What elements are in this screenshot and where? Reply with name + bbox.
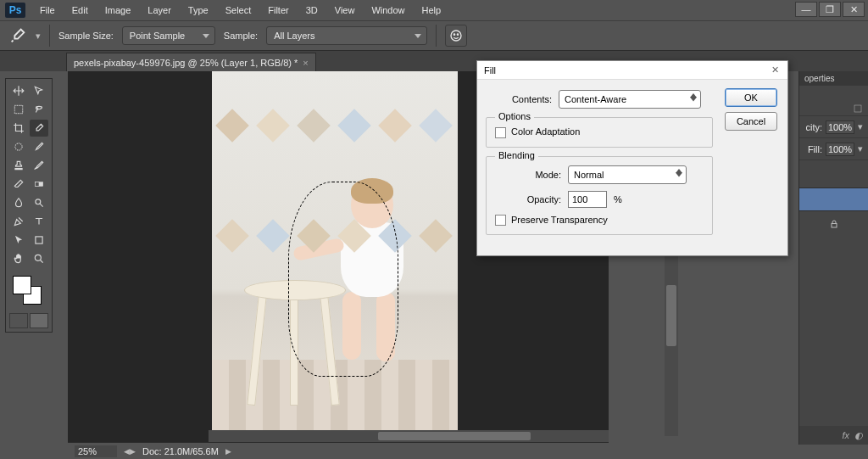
- menu-bar: Ps File Edit Image Layer Type Select Fil…: [0, 0, 868, 20]
- foreground-color-swatch[interactable]: [13, 276, 31, 294]
- svg-rect-6: [35, 182, 39, 187]
- sample-size-dropdown[interactable]: Point Sample: [122, 26, 215, 45]
- blur-tool[interactable]: [9, 194, 28, 211]
- quick-mask-toggle[interactable]: [9, 313, 48, 328]
- doc-info: Doc: 21.0M/65.6M: [142, 446, 219, 456]
- pen-tool[interactable]: [9, 213, 28, 230]
- properties-tab[interactable]: operties: [799, 71, 868, 86]
- brush-tool[interactable]: [30, 138, 48, 155]
- dialog-title: Fill: [484, 65, 496, 76]
- zoom-tool[interactable]: [30, 250, 48, 267]
- svg-rect-11: [832, 224, 837, 228]
- lasso-tool[interactable]: [30, 101, 48, 118]
- lasso-selection: [288, 182, 398, 377]
- opacity-unit: %: [614, 194, 622, 204]
- menu-select[interactable]: Select: [218, 3, 259, 18]
- opacity-value[interactable]: 100%: [826, 120, 854, 134]
- opacity-label-dialog: Opacity:: [495, 194, 568, 204]
- artboard-tool[interactable]: [30, 82, 48, 99]
- svg-point-9: [35, 255, 41, 260]
- dialog-close-icon[interactable]: ✕: [769, 64, 781, 76]
- history-brush-tool[interactable]: [30, 157, 48, 174]
- menu-file[interactable]: File: [32, 3, 63, 18]
- hand-tool[interactable]: [9, 250, 28, 267]
- menu-help[interactable]: Help: [415, 3, 449, 18]
- menu-window[interactable]: Window: [364, 3, 412, 18]
- svg-point-1: [454, 34, 455, 35]
- zoom-level[interactable]: 25%: [75, 445, 117, 457]
- marquee-tool[interactable]: [9, 101, 28, 118]
- patch-tool[interactable]: [9, 138, 28, 155]
- contents-dropdown[interactable]: Content-Aware: [559, 90, 701, 109]
- fx-label[interactable]: fx: [842, 430, 849, 440]
- contents-label: Contents:: [486, 94, 559, 104]
- options-fieldset: Options Color Adaptation: [486, 117, 713, 148]
- move-tool[interactable]: [9, 82, 28, 99]
- ok-button[interactable]: OK: [725, 88, 777, 107]
- window-close-button[interactable]: ✕: [843, 2, 865, 17]
- eyedropper-icon: [8, 26, 27, 45]
- svg-point-2: [458, 34, 459, 35]
- cancel-button[interactable]: Cancel: [725, 112, 777, 131]
- zoom-arrows-icon[interactable]: ◀▶: [124, 447, 136, 456]
- fill-value[interactable]: 100%: [826, 143, 854, 156]
- sample-size-label: Sample Size:: [58, 31, 114, 41]
- opacity-label: city:: [805, 122, 822, 132]
- right-panel: operties city: 100%▾ Fill: 100%▾ fx ◐: [798, 71, 868, 445]
- menu-image[interactable]: Image: [97, 3, 139, 18]
- dialog-titlebar[interactable]: Fill ✕: [477, 61, 787, 80]
- options-legend: Options: [495, 111, 534, 121]
- menu-edit[interactable]: Edit: [64, 3, 96, 18]
- window-restore-button[interactable]: ❐: [819, 2, 841, 17]
- svg-point-7: [36, 199, 41, 204]
- svg-rect-10: [854, 105, 861, 112]
- menu-view[interactable]: View: [327, 3, 363, 18]
- menu-layer[interactable]: Layer: [140, 3, 179, 18]
- mask-icon[interactable]: ◐: [854, 430, 863, 441]
- options-bar: ▾ Sample Size: Point Sample Sample: All …: [0, 20, 868, 51]
- horizontal-scrollbar[interactable]: [209, 430, 609, 442]
- eyedropper-tool[interactable]: [30, 120, 48, 137]
- blending-legend: Blending: [495, 150, 538, 160]
- menu-type[interactable]: Type: [181, 3, 216, 18]
- blending-fieldset: Blending Mode: Normal Opacity: 100 % Pre…: [486, 156, 713, 236]
- layers-footer: fx ◐: [799, 426, 868, 445]
- window-minimize-button[interactable]: —: [795, 2, 817, 17]
- color-adaptation-checkbox[interactable]: Color Adaptation: [495, 126, 580, 137]
- sample-ring-button[interactable]: [445, 25, 467, 47]
- mode-label: Mode:: [495, 170, 568, 180]
- fill-dialog: Fill ✕ Contents: Content-Aware Options C…: [476, 60, 788, 256]
- opacity-input[interactable]: 100: [568, 191, 607, 208]
- app-logo: Ps: [5, 3, 25, 18]
- crop-tool[interactable]: [9, 120, 28, 137]
- stamp-tool[interactable]: [9, 157, 28, 174]
- dodge-tool[interactable]: [30, 194, 48, 211]
- document-tab-close-icon[interactable]: ×: [303, 58, 308, 68]
- tools-panel: [5, 78, 53, 333]
- svg-rect-3: [14, 105, 22, 113]
- sample-label: Sample:: [224, 31, 258, 41]
- path-select-tool[interactable]: [9, 232, 28, 249]
- type-tool[interactable]: [30, 213, 48, 230]
- layer-row[interactable]: [799, 188, 868, 211]
- document-tab-title: pexels-pixabay-459976.jpg @ 25% (Layer 1…: [74, 58, 298, 68]
- shape-tool[interactable]: [30, 232, 48, 249]
- svg-point-4: [15, 143, 22, 150]
- svg-rect-8: [36, 237, 42, 243]
- mode-dropdown[interactable]: Normal: [568, 165, 687, 184]
- gradient-tool[interactable]: [30, 176, 48, 193]
- status-bar: 25% ◀▶ Doc: 21.0M/65.6M ▶: [68, 442, 609, 459]
- menu-filter[interactable]: Filter: [260, 3, 296, 18]
- document-tab[interactable]: pexels-pixabay-459976.jpg @ 25% (Layer 1…: [66, 53, 316, 71]
- menu-3d[interactable]: 3D: [298, 3, 326, 18]
- preserve-transparency-checkbox[interactable]: Preserve Transparency: [495, 215, 608, 225]
- fill-label: Fill:: [808, 144, 822, 154]
- doc-info-arrow-icon[interactable]: ▶: [225, 447, 231, 456]
- sample-dropdown[interactable]: All Layers: [266, 26, 427, 45]
- eraser-tool[interactable]: [9, 176, 28, 193]
- color-swatches[interactable]: [9, 274, 48, 308]
- lock-icon: [799, 211, 868, 237]
- svg-point-0: [451, 31, 461, 41]
